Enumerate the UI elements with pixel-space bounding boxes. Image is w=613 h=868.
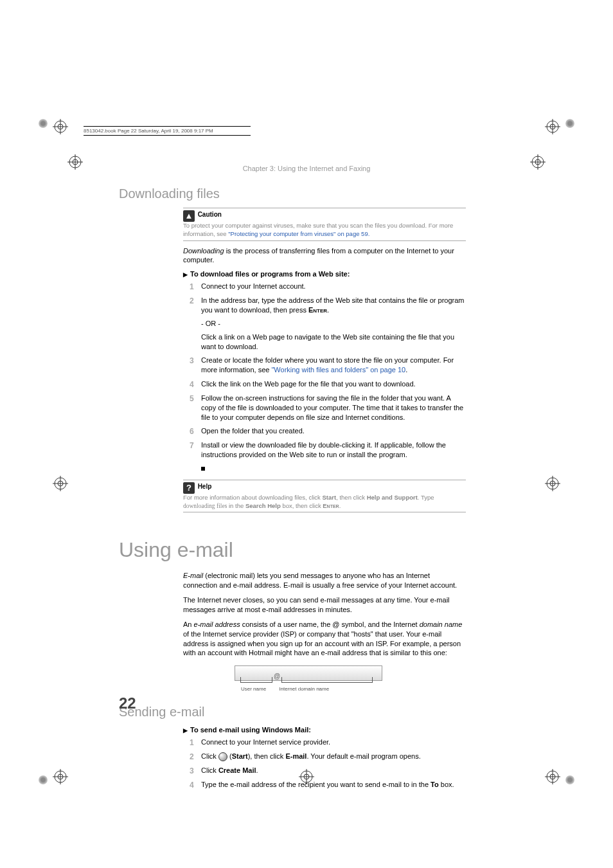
email-p2: The Internet never closes, so you can se… — [183, 595, 466, 615]
caution-body: To protect your computer against viruses… — [183, 222, 453, 237]
caution-icon: ▲ — [183, 210, 195, 222]
step-4: 4Click the link on the Web page for the … — [190, 379, 466, 389]
diagram-user-name: User name — [241, 686, 266, 692]
step-2: 2 Click (Start), then click E-mail. Your… — [190, 752, 466, 761]
registration-mark-icon — [545, 769, 560, 784]
step-3: 3 Create or locate the folder where you … — [190, 356, 466, 375]
help-body: For more information about downloading f… — [183, 494, 434, 509]
caution-label: Caution — [198, 211, 222, 218]
help-icon: ? — [183, 482, 195, 494]
step-2: 2 In the address bar, type the address o… — [190, 296, 466, 351]
section-downloading-files: Downloading files — [119, 186, 498, 201]
chapter-title: Chapter 3: Using the Internet and Faxing — [0, 165, 613, 172]
step-5: 5Follow the on-screen instructions for s… — [190, 393, 466, 422]
registration-mark-icon — [53, 769, 68, 784]
email-address-diagram: @ User name Internet domain name — [235, 665, 382, 692]
task-head-download: To download files or programs from a Web… — [183, 270, 498, 278]
link-working-files[interactable]: "Working with files and folders" on page… — [271, 366, 405, 374]
end-mark-icon — [201, 467, 205, 471]
caution-callout: ▲ Caution To protect your computer again… — [183, 208, 466, 241]
step-4: 4 Type the e-mail address of the recipie… — [190, 780, 466, 790]
caution-link[interactable]: "Protecting your computer from viruses" … — [228, 230, 369, 237]
start-orb-icon — [218, 752, 227, 761]
registration-mark-icon — [545, 119, 560, 134]
download-steps: 1Connect to your Internet account. 2 In … — [190, 282, 466, 473]
page-number: 22 — [119, 694, 136, 712]
step-3: 3 Click Create Mail. — [190, 766, 466, 775]
registration-mark-icon — [545, 476, 560, 491]
section-using-email: Using e-mail — [119, 538, 498, 562]
step-7: 7Install or view the downloaded file by … — [190, 440, 466, 473]
help-label: Help — [198, 483, 212, 490]
email-p1: E-mail (electronic mail) lets you send m… — [183, 571, 466, 590]
section-sending-email: Sending e-mail — [119, 705, 498, 719]
registration-mark-icon — [53, 119, 68, 134]
registration-mark-icon — [53, 476, 68, 491]
step-6: 6Open the folder that you created. — [190, 426, 466, 436]
page-header-line: 8513042.book Page 22 Saturday, April 19,… — [84, 126, 251, 136]
step-1: 1Connect to your Internet account. — [190, 282, 466, 291]
intro-text: Downloading is the process of transferri… — [183, 246, 466, 266]
send-email-steps: 1Connect to your Internet service provid… — [190, 737, 466, 790]
task-head-send-email: To send e-mail using Windows Mail: — [183, 726, 498, 734]
diagram-domain-name: Internet domain name — [279, 686, 329, 692]
help-callout: ? Help For more information about downlo… — [183, 480, 466, 513]
email-p3: An e-mail address consists of a user nam… — [183, 620, 466, 658]
step-1: 1Connect to your Internet service provid… — [190, 737, 466, 747]
